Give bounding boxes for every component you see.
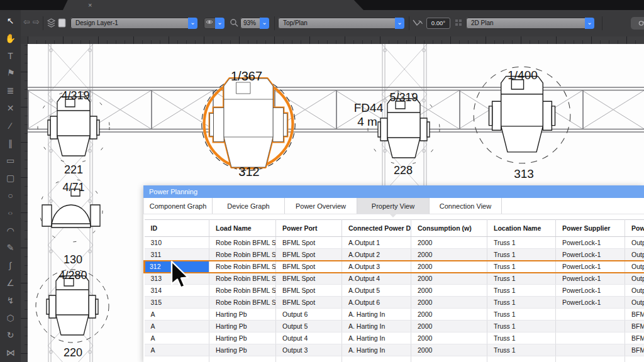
- cell[interactable]: 2000: [411, 273, 487, 285]
- cell[interactable]: [556, 332, 625, 344]
- table-row[interactable]: 314Robe Robin BFML SpotBFML SpotA.Output…: [145, 285, 644, 297]
- cell[interactable]: 2000: [411, 285, 487, 297]
- grid-icon[interactable]: [455, 18, 463, 30]
- search-visualize-button[interactable]: [631, 17, 644, 30]
- cell[interactable]: Output: [625, 261, 644, 273]
- cell[interactable]: 2000: [411, 344, 487, 356]
- layers-tool[interactable]: ≣: [3, 82, 18, 100]
- cell[interactable]: Robe Robin BFML Spot: [209, 273, 276, 285]
- chevron-down-icon[interactable]: ⌄: [215, 18, 225, 29]
- table-row[interactable]: 310Robe Robin BFML SpotBFML SpotA.Output…: [145, 237, 644, 249]
- cell[interactable]: [625, 356, 644, 362]
- tab-component-graph[interactable]: Component Graph: [143, 198, 213, 214]
- cell[interactable]: A: [145, 344, 209, 356]
- cell[interactable]: Output: [625, 297, 644, 309]
- cell[interactable]: Output: [625, 285, 644, 297]
- cell[interactable]: BFML: [625, 321, 644, 332]
- cell[interactable]: [556, 344, 625, 356]
- cell[interactable]: Output 3: [276, 344, 342, 356]
- cell[interactable]: PowerLock-1: [556, 285, 625, 297]
- cell[interactable]: [209, 356, 276, 362]
- cell[interactable]: 2000: [411, 261, 487, 273]
- table-row[interactable]: AHarting PbOutput 5A. Harting In2000Trus…: [145, 321, 644, 332]
- cell[interactable]: PowerLock-1: [556, 237, 625, 249]
- view-dropdown[interactable]: Top/Plan ⌄: [278, 18, 404, 29]
- cell[interactable]: Robe Robin BFML Spot: [209, 297, 276, 309]
- delete-tool[interactable]: ✕: [3, 100, 18, 118]
- cell[interactable]: Output: [625, 237, 644, 249]
- cell[interactable]: Truss 1: [487, 273, 556, 285]
- cell[interactable]: [276, 356, 342, 362]
- cell[interactable]: BFML Spot: [276, 237, 342, 249]
- text-tool[interactable]: T: [3, 48, 18, 65]
- cell[interactable]: A.Output 3: [342, 261, 411, 273]
- cell[interactable]: A: [145, 309, 209, 321]
- col-power-supplier[interactable]: Power Supplier: [556, 220, 625, 237]
- selection-tool[interactable]: ↖: [3, 13, 18, 30]
- cell[interactable]: [556, 356, 625, 362]
- cell[interactable]: Truss 1: [487, 309, 556, 321]
- panel-title-bar[interactable]: Power Planning: [143, 185, 644, 198]
- mirror-tool[interactable]: ⋈: [3, 344, 18, 362]
- cell[interactable]: Truss 1: [487, 261, 556, 273]
- zigzag-tool[interactable]: ↯: [3, 292, 18, 310]
- cell[interactable]: [342, 356, 411, 362]
- col-load-name[interactable]: Load Name: [209, 220, 276, 237]
- col-power[interactable]: Power: [625, 220, 644, 237]
- cell[interactable]: Truss 1: [487, 332, 556, 344]
- rounded-rectangle-tool[interactable]: ▢: [3, 170, 18, 187]
- polygon-tool[interactable]: ⬡: [3, 310, 18, 327]
- cell[interactable]: Output 6: [276, 309, 342, 321]
- cell[interactable]: PowerLock-1: [556, 273, 625, 285]
- cell[interactable]: Harting Pb: [209, 332, 276, 344]
- table-row-selected[interactable]: 312Robe Robin BFML SpotBFML SpotA.Output…: [145, 261, 644, 273]
- freehand-tool[interactable]: ✎: [3, 239, 18, 257]
- tab-power-overview[interactable]: Power Overview: [285, 198, 357, 214]
- spline-tool[interactable]: ∫: [3, 257, 18, 275]
- flag-tool[interactable]: ⚑: [2, 64, 19, 84]
- cell[interactable]: BFML: [625, 344, 644, 356]
- col-id[interactable]: ID: [145, 220, 209, 237]
- document-tab[interactable]: ×: [63, 0, 364, 10]
- cell[interactable]: Harting Pb: [209, 321, 276, 332]
- cell[interactable]: PowerLock-1: [556, 297, 625, 309]
- cell[interactable]: Truss 1: [487, 285, 556, 297]
- layers-icon[interactable]: [47, 18, 56, 30]
- cell[interactable]: 311: [145, 249, 209, 261]
- cell[interactable]: BFML Spot: [276, 261, 342, 273]
- pan-tool[interactable]: ✋: [3, 30, 18, 48]
- col-power-port[interactable]: Power Port: [276, 220, 342, 237]
- ellipse-tool[interactable]: ○: [3, 208, 18, 219]
- cell[interactable]: PowerLock-1: [556, 249, 625, 261]
- cell[interactable]: Output 5: [276, 321, 342, 332]
- cell[interactable]: 2000: [411, 249, 487, 261]
- cell[interactable]: BFML Spot: [276, 297, 342, 309]
- cell[interactable]: [556, 321, 625, 332]
- cell[interactable]: Robe Robin BFML Spot: [209, 285, 276, 297]
- cell[interactable]: Truss 1: [487, 249, 556, 261]
- col-connected-power[interactable]: Connected Power Dist...: [342, 220, 411, 237]
- cell[interactable]: BFML Spot: [276, 285, 342, 297]
- cell[interactable]: 310: [145, 237, 209, 249]
- cell[interactable]: BFML: [625, 309, 644, 321]
- chevron-down-icon[interactable]: ⌄: [395, 18, 404, 29]
- page-icon[interactable]: [58, 18, 66, 30]
- cell[interactable]: A.Output 6: [342, 297, 411, 309]
- cell[interactable]: A. Harting In: [342, 332, 411, 344]
- cell[interactable]: A: [145, 321, 209, 332]
- rotate-tool[interactable]: ↻: [3, 327, 18, 344]
- tab-property-view[interactable]: Property View: [357, 198, 430, 214]
- cell[interactable]: 2000: [411, 332, 487, 344]
- cell[interactable]: Robe Robin BFML Spot: [209, 261, 276, 273]
- cell-selected-id[interactable]: 312: [145, 261, 209, 273]
- cell[interactable]: Truss 1: [487, 321, 556, 332]
- zoom-level-dropdown[interactable]: 93% ⌄: [240, 18, 269, 29]
- cell[interactable]: [487, 356, 556, 362]
- cell[interactable]: A.Output 5: [342, 285, 411, 297]
- cell[interactable]: BFML Spot: [276, 249, 342, 261]
- table-row[interactable]: 311Robe Robin BFML SpotBFML SpotA.Output…: [145, 249, 644, 261]
- cell[interactable]: PowerLock-1: [556, 261, 625, 273]
- table-row[interactable]: 313Robe Robin BFML SpotBFML SpotA.Output…: [145, 273, 644, 285]
- visibility-dropdown[interactable]: ⌄: [204, 18, 225, 29]
- table-row[interactable]: 315Robe Robin BFML SpotBFML SpotA.Output…: [145, 297, 644, 309]
